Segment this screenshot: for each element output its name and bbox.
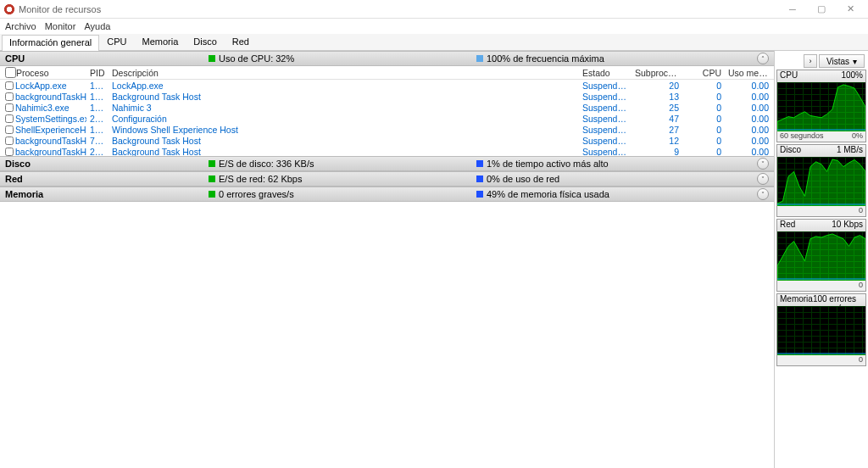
table-row[interactable]: LockApp.exe12356LockApp.exeSuspendido200… [0,80,774,91]
collapse-button[interactable]: ˄ [757,53,769,64]
chart-foot-left: 60 segundos [780,131,824,142]
menu-archivo[interactable]: Archivo [5,21,36,31]
process-pid: 18716 [86,103,108,113]
process-pid: 20240 [86,114,108,124]
dropdown-icon: ▾ [853,57,857,66]
process-pid: 19956 [86,125,108,135]
process-name: LockApp.exe [15,81,67,91]
process-pid: 12356 [86,81,108,91]
process-list: LockApp.exe12356LockApp.exeSuspendido200… [0,80,774,156]
process-avg: 0.00 [725,92,772,102]
views-button[interactable]: Vistas▾ [819,54,865,68]
views-label: Vistas [826,57,849,66]
process-name: SystemSettings.exe [15,114,86,124]
tab-disco[interactable]: Disco [186,34,225,50]
chart-scale: 10 Kbps [832,220,863,231]
section-header-cpu[interactable]: CPU Uso de CPU: 32% 100% de frecuencia m… [0,51,774,66]
section-header-disco[interactable]: Disco E/S de disco: 336 KB/s 1% de tiemp… [0,156,774,171]
process-desc: Background Task Host [108,136,579,146]
process-state: Suspendido [579,92,632,102]
chart-foot-right: 0 [859,281,863,291]
section-label: CPU [5,53,209,64]
maximize-button[interactable]: ▢ [807,0,836,19]
table-row[interactable]: Nahimic3.exe18716Nahimic 3Suspendido2500… [0,102,774,113]
row-checkbox[interactable] [5,136,14,145]
process-state: Suspendido [579,103,632,113]
chart-title: Memoria [780,294,813,306]
chevron-down-icon: ˅ [761,176,765,183]
chart-scale: 100 errores graves/s [813,294,863,306]
svg-marker-0 [777,85,865,131]
process-name: backgroundTaskHost.exe [15,147,86,157]
table-row[interactable]: SystemSettings.exe20240ConfiguraciónSusp… [0,113,774,124]
row-checkbox[interactable] [5,103,14,112]
row-checkbox[interactable] [5,125,14,134]
col-pid[interactable]: PID [86,68,108,78]
close-button[interactable]: ✕ [836,0,865,19]
color-swatch-icon [209,176,215,182]
process-desc: Background Task Host [108,147,579,157]
minimize-button[interactable]: ─ [778,0,807,19]
chevron-up-icon: ˄ [761,55,765,63]
section-label: Memoria [5,189,209,199]
col-uso-medio[interactable]: Uso medio de ... [725,68,772,78]
section-header-memoria[interactable]: Memoria 0 errores graves/s 49% de memori… [0,187,774,202]
menu-bar: Archivo Monitor Ayuda [0,19,868,34]
tab-memoria[interactable]: Memoria [134,34,186,50]
table-row[interactable]: ShellExperienceHost.exe19956Windows Shel… [0,124,774,135]
svg-marker-2 [777,159,865,206]
color-swatch-icon [209,191,215,198]
table-row[interactable]: backgroundTaskHost.exe7284Background Tas… [0,135,774,146]
select-all-checkbox[interactable] [5,67,16,78]
chart-foot-right: 0 [859,355,863,365]
process-cpu: 0 [682,103,725,113]
process-state: Suspendido [579,125,632,135]
col-proceso[interactable]: Proceso [16,68,49,78]
col-subprocesos[interactable]: Subprocesos [632,68,682,78]
row-checkbox[interactable] [5,92,14,101]
process-cpu: 0 [682,114,725,124]
tab-bar: Información general CPU Memoria Disco Re… [0,34,868,51]
section-header-red[interactable]: Red E/S de red: 62 Kbps 0% de uso de red… [0,171,774,187]
col-cpu[interactable]: CPU [682,68,725,78]
process-threads: 25 [632,103,682,113]
table-row[interactable]: backgroundTaskHost.exe22452Background Ta… [0,146,774,156]
row-checkbox[interactable] [5,114,14,123]
menu-monitor[interactable]: Monitor [45,21,76,31]
process-threads: 47 [632,114,682,124]
main-content: CPU Uso de CPU: 32% 100% de frecuencia m… [0,51,775,468]
chart-foot-right: 0% [852,131,863,142]
process-table-header: Proceso PID Descripción Estado Subproces… [0,66,774,80]
process-cpu: 0 [682,136,725,146]
expand-button[interactable]: ˅ [757,188,769,200]
process-cpu: 0 [682,92,725,102]
process-desc: Background Task Host [108,92,579,102]
tab-general[interactable]: Información general [2,35,99,51]
process-avg: 0.00 [725,114,772,124]
net-usage-text: 0% de uso de red [487,174,559,184]
tab-cpu[interactable]: CPU [99,34,134,50]
expand-button[interactable]: ˅ [757,158,769,170]
process-pid: 7284 [86,136,108,146]
expand-button[interactable]: ˅ [757,173,769,185]
row-checkbox[interactable] [5,81,14,90]
chart-title: CPU [780,70,798,82]
process-avg: 0.00 [725,147,772,157]
net-io-text: E/S de red: 62 Kbps [219,174,302,184]
process-cpu: 0 [682,81,725,91]
menu-ayuda[interactable]: Ayuda [84,21,110,31]
mem-faults-text: 0 errores graves/s [219,189,294,199]
side-panel: › Vistas▾ CPU100%60 segundos0%Disco1 MB/… [775,51,868,468]
chevron-down-icon: ˅ [761,160,765,168]
collapse-panel-button[interactable]: › [804,54,817,68]
col-estado[interactable]: Estado [579,68,632,78]
chart-scale: 100% [841,70,863,82]
row-checkbox[interactable] [5,148,14,156]
tab-red[interactable]: Red [225,34,257,50]
table-row[interactable]: backgroundTaskHost.exe13304Background Ta… [0,91,774,102]
chart-red: Red10 Kbps0 [776,219,866,292]
col-descripcion[interactable]: Descripción [108,68,579,78]
process-state: Suspendido [579,147,632,157]
chart-title: Disco [780,145,801,157]
chevron-right-icon: › [809,57,811,65]
